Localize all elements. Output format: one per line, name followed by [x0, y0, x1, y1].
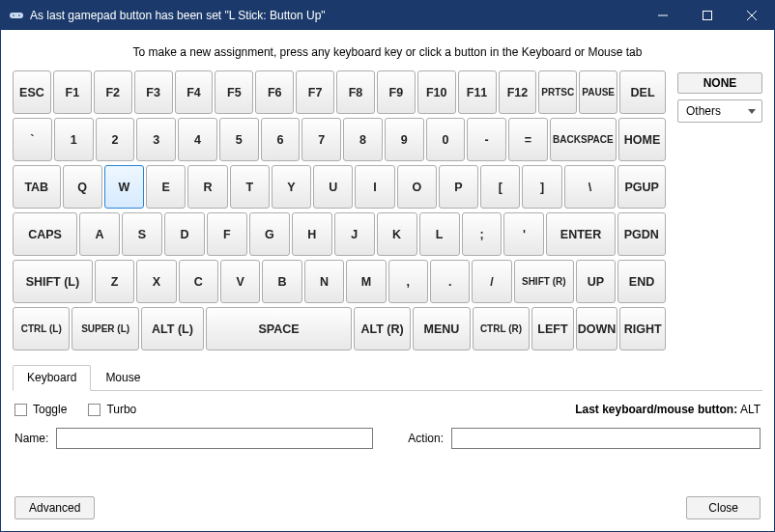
key-right[interactable]: RIGHT	[619, 307, 666, 350]
key-h[interactable]: H	[292, 212, 332, 256]
tab-keyboard[interactable]: Keyboard	[13, 365, 91, 391]
key-f3[interactable]: F3	[134, 70, 173, 114]
key-9[interactable]: 9	[385, 118, 424, 161]
key-b[interactable]: B	[262, 260, 301, 303]
key-shift-r[interactable]: SHIFT (R)	[514, 260, 574, 303]
key-g[interactable]: G	[249, 212, 290, 256]
key-f10[interactable]: F10	[417, 70, 456, 114]
key-[interactable]: -	[467, 118, 506, 161]
key-p[interactable]: P	[439, 165, 478, 209]
key-f4[interactable]: F4	[175, 70, 214, 114]
toggle-checkbox[interactable]: Toggle	[14, 403, 67, 416]
key-[interactable]: '	[503, 212, 544, 256]
key-[interactable]: /	[472, 260, 511, 303]
key-f8[interactable]: F8	[336, 70, 375, 114]
none-button[interactable]: NONE	[677, 72, 762, 94]
close-window-button[interactable]	[730, 1, 774, 30]
key-4[interactable]: 4	[178, 118, 217, 161]
key-i[interactable]: I	[355, 165, 394, 209]
key-del[interactable]: DEL	[619, 70, 666, 114]
key-[interactable]: [	[480, 165, 520, 209]
key-home[interactable]: HOME	[618, 118, 666, 161]
key-5[interactable]: 5	[219, 118, 259, 161]
close-button[interactable]: Close	[686, 496, 761, 519]
key-6[interactable]: 6	[261, 118, 301, 161]
key-left[interactable]: LEFT	[531, 307, 574, 350]
key-prtsc[interactable]: PRTSC	[538, 70, 577, 114]
key-f12[interactable]: F12	[499, 70, 537, 114]
key-[interactable]: \	[564, 165, 617, 209]
minimize-button[interactable]	[641, 1, 685, 30]
key-ctrl-r[interactable]: CTRL (R)	[473, 307, 530, 350]
key-[interactable]: ,	[388, 260, 428, 303]
key-r[interactable]: R	[187, 165, 227, 209]
key-t[interactable]: T	[230, 165, 270, 209]
key-[interactable]: ;	[462, 212, 502, 256]
key-m[interactable]: M	[346, 260, 386, 303]
key-n[interactable]: N	[304, 260, 344, 303]
key-[interactable]: ]	[522, 165, 561, 209]
advanced-button[interactable]: Advanced	[14, 496, 95, 519]
key-[interactable]: `	[13, 118, 52, 161]
key-s[interactable]: S	[122, 212, 162, 256]
key-end[interactable]: END	[617, 260, 666, 303]
key-esc[interactable]: ESC	[13, 70, 51, 114]
key-[interactable]: =	[508, 118, 548, 161]
key-1[interactable]: 1	[54, 118, 94, 161]
turbo-label: Turbo	[106, 403, 136, 416]
key-f5[interactable]: F5	[215, 70, 253, 114]
key-pause[interactable]: PAUSE	[579, 70, 617, 114]
key-l[interactable]: L	[419, 212, 460, 256]
key-menu[interactable]: MENU	[413, 307, 470, 350]
key-c[interactable]: C	[179, 260, 218, 303]
key-[interactable]: .	[430, 260, 470, 303]
key-up[interactable]: UP	[576, 260, 616, 303]
key-v[interactable]: V	[220, 260, 260, 303]
side-column: NONE Others	[677, 70, 762, 123]
key-f[interactable]: F	[207, 212, 247, 256]
others-dropdown[interactable]: Others	[677, 99, 762, 123]
key-3[interactable]: 3	[136, 118, 176, 161]
key-7[interactable]: 7	[301, 118, 341, 161]
key-enter[interactable]: ENTER	[546, 212, 615, 256]
dialog-footer: Advanced Close	[13, 496, 762, 519]
key-u[interactable]: U	[313, 165, 353, 209]
key-q[interactable]: Q	[63, 165, 102, 209]
key-f11[interactable]: F11	[458, 70, 497, 114]
key-o[interactable]: O	[397, 165, 437, 209]
key-f7[interactable]: F7	[296, 70, 334, 114]
key-8[interactable]: 8	[343, 118, 383, 161]
key-f2[interactable]: F2	[94, 70, 132, 114]
key-d[interactable]: D	[164, 212, 205, 256]
key-tab[interactable]: TAB	[13, 165, 61, 209]
key-caps[interactable]: CAPS	[13, 212, 77, 256]
key-2[interactable]: 2	[96, 118, 135, 161]
key-f9[interactable]: F9	[377, 70, 416, 114]
key-e[interactable]: E	[146, 165, 186, 209]
tab-mouse[interactable]: Mouse	[91, 365, 155, 391]
key-f6[interactable]: F6	[255, 70, 294, 114]
maximize-button[interactable]	[685, 1, 730, 30]
key-j[interactable]: J	[334, 212, 375, 256]
key-k[interactable]: K	[377, 212, 417, 256]
key-a[interactable]: A	[79, 212, 120, 256]
action-input[interactable]	[451, 428, 761, 449]
key-pgup[interactable]: PGUP	[617, 165, 666, 209]
key-shift-l[interactable]: SHIFT (L)	[13, 260, 93, 303]
turbo-checkbox[interactable]: Turbo	[88, 403, 136, 416]
key-x[interactable]: X	[136, 260, 176, 303]
name-input[interactable]	[56, 428, 373, 449]
key-y[interactable]: Y	[272, 165, 311, 209]
key-f1[interactable]: F1	[53, 70, 92, 114]
key-z[interactable]: Z	[95, 260, 134, 303]
key-ctrl-l[interactable]: CTRL (L)	[13, 307, 70, 350]
key-space[interactable]: SPACE	[206, 307, 352, 350]
key-alt-r[interactable]: ALT (R)	[354, 307, 411, 350]
key-alt-l[interactable]: ALT (L)	[141, 307, 204, 350]
key-down[interactable]: DOWN	[576, 307, 618, 350]
key-backspace[interactable]: BACKSPACE	[550, 118, 617, 161]
key-0[interactable]: 0	[426, 118, 466, 161]
key-w[interactable]: W	[104, 165, 144, 209]
key-pgdn[interactable]: PGDN	[617, 212, 666, 256]
key-super-l[interactable]: SUPER (L)	[72, 307, 138, 350]
